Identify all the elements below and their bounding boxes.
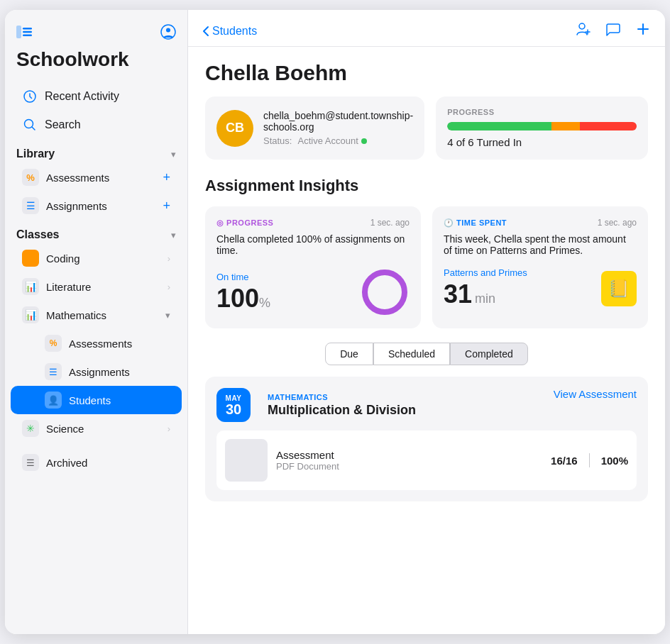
coding-icon — [22, 250, 39, 267]
mathematics-label: Mathematics — [46, 309, 158, 321]
header-actions — [576, 21, 651, 40]
progress-description: Chella completed 100% of assignments on … — [216, 233, 410, 256]
svg-rect-2 — [23, 31, 32, 33]
score-fraction: 16/16 — [551, 455, 578, 467]
progress-bar-red — [580, 122, 637, 131]
time-type-label: 🕐 TIME SPENT — [444, 218, 507, 228]
coding-label: Coding — [46, 252, 160, 265]
svg-point-8 — [579, 23, 585, 29]
assignment-subject: MATHEMATICS — [268, 393, 554, 401]
back-button[interactable]: Students — [202, 25, 257, 38]
assignment-header: MAY 30 MATHEMATICS Multiplication & Divi… — [216, 388, 637, 422]
library-chevron-icon: ▾ — [171, 149, 176, 160]
sidebar-item-archived[interactable]: ☰ Archived — [11, 448, 182, 477]
status-dot-icon — [361, 138, 367, 144]
mathematics-chevron-icon: ▾ — [165, 310, 170, 321]
library-title: Library — [16, 148, 55, 160]
literature-icon: 📊 — [22, 278, 39, 295]
main-content: Students — [188, 10, 665, 634]
search-icon — [22, 117, 38, 133]
assignment-item-info: Assessment PDF Document — [276, 449, 542, 472]
time-type-icon: 🕐 — [444, 218, 456, 227]
assignments-label: Assignments — [46, 200, 155, 212]
recent-activity-label: Recent Activity — [45, 90, 170, 103]
tab-due[interactable]: Due — [325, 343, 373, 365]
library-section-header[interactable]: Library ▾ — [5, 139, 187, 163]
avatar: CB — [216, 110, 253, 147]
assessments-icon: % — [22, 169, 39, 186]
search-label: Search — [45, 118, 170, 131]
progress-type-icon: ◎ — [216, 218, 226, 227]
insights-title: Assignment Insights — [205, 177, 648, 195]
sidebar-item-mathematics[interactable]: 📊 Mathematics ▾ — [11, 301, 182, 329]
assignment-title: Multiplication & Division — [268, 403, 554, 418]
add-assessments-icon[interactable]: + — [163, 170, 170, 185]
view-assessment-button[interactable]: View Assessment — [554, 388, 637, 400]
archived-icon: ☰ — [22, 454, 39, 471]
math-students-label: Students — [69, 394, 170, 406]
student-card: CB chella_boehm@student.township-schools… — [205, 96, 424, 160]
time-insight-card: 🕐 TIME SPENT 1 sec. ago This week, Chell… — [432, 206, 648, 328]
time-insight-header: 🕐 TIME SPENT 1 sec. ago — [444, 218, 637, 228]
assignment-title-row: MAY 30 MATHEMATICS Multiplication & Divi… — [216, 388, 554, 422]
progress-bar-green — [447, 122, 551, 131]
profile-button[interactable] — [160, 24, 176, 40]
add-button[interactable] — [635, 21, 651, 40]
assignment-thumbnail — [225, 439, 268, 482]
badge-month: MAY — [226, 394, 242, 402]
time-description: This week, Chella spent the most amount … — [444, 233, 637, 256]
sidebar-item-search[interactable]: Search — [11, 111, 182, 139]
archived-label: Archived — [46, 457, 170, 469]
progress-card: PROGRESS 4 of 6 Turned In — [436, 96, 648, 160]
add-student-button[interactable] — [576, 21, 591, 40]
progress-metric: On time 100% — [216, 267, 410, 317]
literature-chevron-icon: › — [168, 282, 170, 292]
sidebar-item-math-assessments[interactable]: % Assessments — [11, 329, 182, 357]
info-row: CB chella_boehm@student.township-schools… — [205, 96, 648, 160]
assignment-scores: 16/16 100% — [551, 453, 628, 467]
main-header: Students — [188, 10, 665, 47]
science-icon: ✳ — [22, 420, 39, 437]
status-prefix: Status: — [263, 135, 292, 146]
sidebar-item-science[interactable]: ✳ Science › — [11, 414, 182, 443]
sidebar-item-literature[interactable]: 📊 Literature › — [11, 272, 182, 301]
assignment-item-name: Assessment — [276, 449, 542, 461]
insights-row: ◎ PROGRESS 1 sec. ago Chella completed 1… — [205, 206, 648, 328]
sidebar: Schoolwork Recent Activity Search Librar… — [5, 10, 188, 634]
add-assignments-icon[interactable]: + — [163, 199, 170, 213]
tab-bar: Due Scheduled Completed — [205, 343, 648, 365]
sidebar-item-math-students[interactable]: 👤 Students — [11, 386, 182, 414]
assignment-item: Assessment PDF Document 16/16 100% — [216, 431, 637, 490]
score-percentage: 100% — [601, 455, 628, 467]
progress-metric-value: 100% — [216, 284, 270, 313]
svg-point-5 — [166, 28, 170, 33]
progress-insight-header: ◎ PROGRESS 1 sec. ago — [216, 218, 410, 228]
literature-label: Literature — [46, 281, 160, 293]
assignment-card: MAY 30 MATHEMATICS Multiplication & Divi… — [205, 377, 648, 501]
sidebar-item-assessments[interactable]: % Assessments + — [11, 163, 182, 191]
subject-label: Patterns and Primes — [444, 267, 527, 278]
sidebar-toggle-button[interactable] — [16, 26, 32, 38]
math-assignments-label: Assignments — [69, 366, 170, 378]
time-metric: Patterns and Primes 31min 📒 — [444, 267, 637, 309]
sidebar-item-math-assignments[interactable]: ☰ Assignments — [11, 357, 182, 386]
math-assessments-label: Assessments — [69, 338, 170, 350]
math-assignments-icon: ☰ — [45, 363, 62, 380]
classes-section-header[interactable]: Classes ▾ — [5, 220, 187, 244]
status-value: Active Account — [297, 135, 358, 146]
time-unit: min — [475, 292, 495, 306]
sidebar-item-coding[interactable]: Coding › — [11, 244, 182, 272]
tab-completed[interactable]: Completed — [450, 343, 528, 365]
math-assessments-icon: % — [45, 335, 62, 352]
progress-type-label: ◎ PROGRESS — [216, 218, 273, 228]
sidebar-item-assignments[interactable]: ☰ Assignments + — [11, 191, 182, 220]
message-button[interactable] — [605, 21, 621, 40]
sidebar-top — [5, 24, 187, 48]
svg-rect-0 — [16, 26, 21, 38]
sidebar-item-recent-activity[interactable]: Recent Activity — [11, 82, 182, 111]
assignments-icon: ☰ — [22, 197, 39, 214]
tab-scheduled[interactable]: Scheduled — [373, 343, 450, 365]
progress-timestamp: 1 sec. ago — [370, 218, 410, 228]
science-label: Science — [46, 423, 160, 435]
student-status: Status: Active Account — [263, 135, 413, 146]
